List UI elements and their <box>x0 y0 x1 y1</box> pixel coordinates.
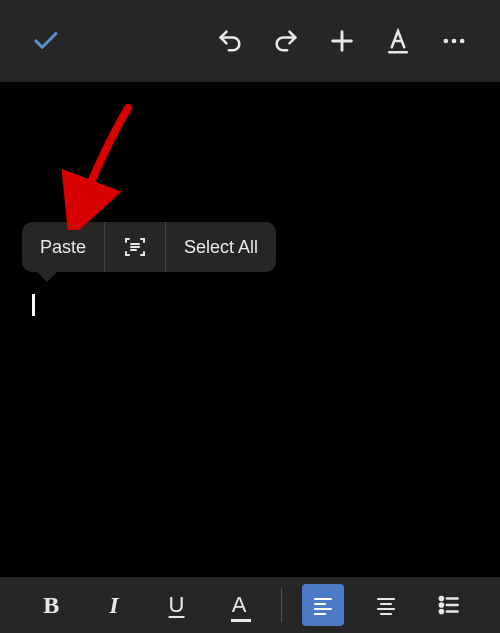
align-left-icon <box>311 593 335 617</box>
italic-icon: I <box>109 592 118 619</box>
font-color-button[interactable]: A <box>218 584 260 626</box>
italic-button[interactable]: I <box>93 584 135 626</box>
confirm-button[interactable] <box>18 13 74 69</box>
bullet-list-icon <box>436 592 462 618</box>
undo-button[interactable] <box>202 13 258 69</box>
bullet-list-button[interactable] <box>428 584 470 626</box>
bottom-toolbar: B I U A <box>0 577 500 633</box>
text-format-button[interactable] <box>370 13 426 69</box>
top-toolbar <box>0 0 500 82</box>
bold-button[interactable]: B <box>30 584 72 626</box>
align-center-icon <box>374 593 398 617</box>
underline-button[interactable]: U <box>156 584 198 626</box>
svg-point-4 <box>452 39 457 44</box>
underline-icon: U <box>169 592 185 618</box>
svg-point-5 <box>460 39 465 44</box>
bold-icon: B <box>43 592 59 619</box>
svg-point-19 <box>439 597 442 600</box>
font-color-icon: A <box>232 592 247 618</box>
scan-text-button[interactable] <box>105 222 165 272</box>
toolbar-separator <box>281 588 282 622</box>
more-button[interactable] <box>426 13 482 69</box>
check-icon <box>31 26 61 56</box>
redo-button[interactable] <box>258 13 314 69</box>
undo-icon <box>216 27 244 55</box>
svg-point-20 <box>439 603 442 606</box>
plus-icon <box>328 27 356 55</box>
align-left-button[interactable] <box>302 584 344 626</box>
svg-point-3 <box>444 39 449 44</box>
add-button[interactable] <box>314 13 370 69</box>
align-center-button[interactable] <box>365 584 407 626</box>
more-horizontal-icon <box>440 27 468 55</box>
text-format-icon <box>383 26 413 56</box>
redo-icon <box>272 27 300 55</box>
paste-button[interactable]: Paste <box>22 222 104 272</box>
text-cursor <box>32 294 35 316</box>
editor-canvas[interactable] <box>0 82 500 577</box>
svg-point-21 <box>439 610 442 613</box>
context-menu: Paste Select All <box>22 222 276 272</box>
scan-text-icon <box>123 235 147 259</box>
select-all-button[interactable]: Select All <box>166 222 276 272</box>
